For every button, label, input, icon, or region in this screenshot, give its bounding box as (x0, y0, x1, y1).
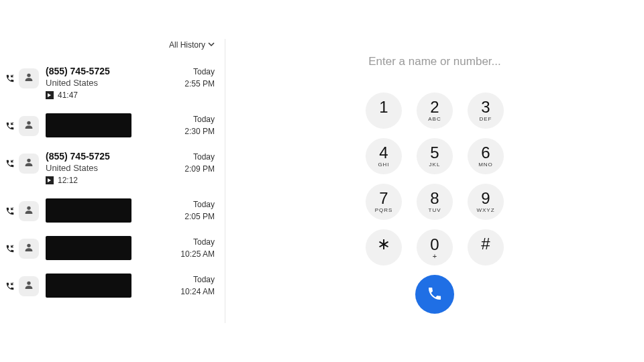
dialpad-key-digit: 7 (379, 190, 388, 206)
dial-input[interactable] (327, 55, 542, 68)
svg-point-0 (27, 74, 30, 77)
dialpad-key-letters: ABC (428, 117, 441, 122)
dialpad-key-digit: 2 (430, 99, 439, 115)
dialpad-key-1[interactable]: 1 (366, 93, 402, 129)
dialpad-key-∗[interactable]: ∗ (366, 229, 402, 265)
call-time: 2:05 PM (184, 210, 215, 223)
call-history-row[interactable]: Today2:30 PM (0, 107, 225, 144)
dialpad-key-digit: ∗ (377, 236, 390, 252)
dialpad-key-4[interactable]: 4GHI (366, 138, 402, 174)
dialpad-key-letters: + (433, 253, 437, 258)
dialpad-key-letters: PQRS (375, 208, 393, 213)
dialpad-key-letters: DEF (480, 117, 492, 122)
svg-point-5 (27, 282, 30, 285)
dialpad-key-digit: 3 (481, 99, 490, 115)
dialpad-key-letters: JKL (429, 162, 441, 168)
dialer-panel: 12ABC3DEF4GHI5JKL6MNO7PQRS8TUV9WXYZ∗0+# (225, 0, 644, 362)
voicemail-duration: 41:47 (58, 90, 78, 100)
person-icon (23, 72, 34, 85)
call-region: United States (46, 78, 178, 88)
dialpad-key-digit: 5 (430, 145, 439, 161)
call-time: 2:30 PM (184, 125, 215, 137)
outgoing-call-icon (5, 159, 15, 168)
contact-avatar (19, 116, 39, 136)
panel-divider (225, 39, 225, 323)
contact-avatar (19, 68, 39, 88)
dialpad-key-digit: 0 (430, 237, 439, 253)
contact-avatar (19, 154, 39, 174)
dialpad-key-digit: 6 (481, 145, 490, 161)
call-day: Today (184, 151, 215, 163)
redacted-content (46, 274, 131, 298)
dialpad-key-6[interactable]: 6MNO (468, 138, 504, 174)
dialpad-key-3[interactable]: 3DEF (468, 93, 504, 129)
dialpad-key-digit: 1 (379, 99, 388, 115)
call-time: 10:24 AM (180, 286, 215, 298)
call-button[interactable] (415, 275, 454, 314)
person-icon (23, 280, 34, 293)
call-history-panel: All History (855) 745-5725United States4… (0, 0, 225, 362)
redacted-content (46, 236, 131, 260)
dialpad-key-digit: 4 (379, 145, 388, 161)
history-filter-dropdown[interactable]: All History (169, 40, 215, 50)
call-number: (855) 745-5725 (46, 151, 178, 162)
call-time: 10:25 AM (180, 248, 215, 260)
call-time: 2:09 PM (184, 163, 215, 175)
dialpad-key-letters: MNO (478, 162, 493, 168)
person-icon (23, 204, 34, 218)
dialpad-key-2[interactable]: 2ABC (417, 93, 453, 129)
call-history-row[interactable]: Today2:05 PM (0, 192, 225, 229)
history-filter-label: All History (169, 40, 205, 50)
call-day: Today (184, 66, 215, 78)
dialpad-key-letters: GHI (378, 162, 389, 168)
contact-avatar (19, 276, 39, 296)
voicemail-play-icon[interactable] (46, 176, 54, 184)
person-icon (23, 242, 34, 255)
outgoing-call-icon (5, 282, 15, 291)
chevron-down-icon (208, 40, 215, 50)
call-number: (855) 745-5725 (46, 66, 178, 76)
voicemail-play-icon[interactable] (46, 91, 54, 99)
contact-avatar (19, 239, 39, 259)
dialpad-key-8[interactable]: 8TUV (417, 184, 453, 220)
contact-avatar (19, 201, 39, 221)
outgoing-call-icon (5, 244, 15, 253)
call-history-row[interactable]: (855) 745-5725United States12:12Today2:0… (0, 144, 225, 192)
phone-icon (427, 286, 443, 304)
call-day: Today (180, 274, 215, 286)
call-day: Today (184, 113, 215, 125)
dialpad-key-0[interactable]: 0+ (417, 229, 453, 265)
svg-point-3 (27, 206, 30, 210)
call-history-row[interactable]: Today10:25 AM (0, 229, 225, 267)
svg-point-4 (27, 244, 30, 247)
call-day: Today (184, 198, 215, 210)
outgoing-call-icon (5, 121, 15, 131)
outgoing-call-icon (5, 74, 15, 83)
dialpad-key-digit: 8 (430, 190, 439, 206)
call-history-row[interactable]: (855) 745-5725United States41:47Today2:5… (0, 59, 225, 107)
dialpad-key-digit: # (481, 236, 490, 252)
voicemail-duration: 12:12 (58, 176, 78, 185)
dialpad-key-5[interactable]: 5JKL (417, 138, 453, 174)
outgoing-call-icon (5, 206, 15, 216)
call-day: Today (180, 236, 215, 248)
redacted-content (46, 198, 131, 223)
person-icon (23, 157, 34, 170)
svg-point-1 (27, 121, 30, 125)
call-history-row[interactable]: Today10:24 AM (0, 267, 225, 304)
dialpad-key-#[interactable]: # (468, 229, 504, 265)
dialpad-key-7[interactable]: 7PQRS (366, 184, 402, 220)
dialpad-key-9[interactable]: 9WXYZ (468, 184, 504, 220)
dialpad-key-digit: 9 (481, 190, 490, 206)
svg-point-2 (27, 159, 30, 162)
dialpad-key-letters: TUV (429, 208, 441, 213)
person-icon (23, 119, 34, 133)
call-region: United States (46, 163, 178, 173)
redacted-content (46, 113, 131, 137)
call-time: 2:55 PM (184, 78, 215, 90)
dialpad-key-letters: WXYZ (476, 208, 494, 213)
